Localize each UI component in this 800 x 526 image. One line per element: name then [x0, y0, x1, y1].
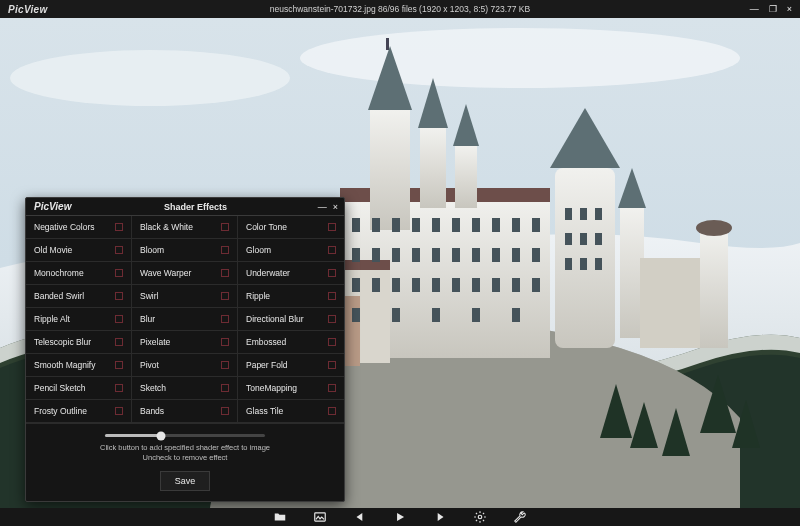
shader-effects-panel[interactable]: PicView Shader Effects — × Negative Colo…: [25, 197, 345, 502]
svg-rect-60: [595, 208, 602, 220]
effect-sketch[interactable]: Sketch: [132, 377, 238, 400]
svg-rect-71: [315, 513, 326, 521]
gear-icon: [473, 510, 487, 524]
svg-rect-64: [565, 258, 572, 270]
next-button[interactable]: [431, 510, 449, 524]
titlebar[interactable]: PicView neuschwanstein-701732.jpg 86/96 …: [0, 0, 800, 18]
effect-checkbox[interactable]: [115, 315, 123, 323]
effect-intensity-slider[interactable]: [36, 432, 334, 443]
effect-color-tone[interactable]: Color Tone: [238, 216, 344, 239]
panel-header[interactable]: PicView Shader Effects — ×: [26, 198, 344, 216]
effect-blur[interactable]: Blur: [132, 308, 238, 331]
effect-checkbox[interactable]: [328, 223, 336, 231]
effect-checkbox[interactable]: [115, 269, 123, 277]
effect-checkbox[interactable]: [221, 407, 229, 415]
effect-wave-warper[interactable]: Wave Warper: [132, 262, 238, 285]
effect-black-white[interactable]: Black & White: [132, 216, 238, 239]
effect-label: Pixelate: [140, 337, 170, 347]
effect-label: Pencil Sketch: [34, 383, 86, 393]
effect-label: Directional Blur: [246, 314, 304, 324]
open-file-button[interactable]: [271, 510, 289, 524]
effect-tonemapping[interactable]: ToneMapping: [238, 377, 344, 400]
effect-label: Swirl: [140, 291, 158, 301]
panel-footer: Click button to add specified shader eff…: [26, 423, 344, 501]
effect-underwater[interactable]: Underwater: [238, 262, 344, 285]
effect-pencil-sketch[interactable]: Pencil Sketch: [26, 377, 132, 400]
folder-icon: [273, 510, 287, 524]
close-button[interactable]: ×: [787, 4, 792, 14]
effect-directional-blur[interactable]: Directional Blur: [238, 308, 344, 331]
settings-button[interactable]: [471, 510, 489, 524]
effect-checkbox[interactable]: [115, 361, 123, 369]
gallery-button[interactable]: [311, 510, 329, 524]
effect-ripple-alt[interactable]: Ripple Alt: [26, 308, 132, 331]
svg-rect-42: [532, 248, 540, 262]
effect-bloom[interactable]: Bloom: [132, 239, 238, 262]
effect-checkbox[interactable]: [221, 315, 229, 323]
play-button[interactable]: [391, 510, 409, 524]
svg-rect-30: [492, 218, 500, 232]
effect-checkbox[interactable]: [115, 384, 123, 392]
effect-checkbox[interactable]: [328, 407, 336, 415]
panel-help-text: Click button to add specified shader eff…: [36, 443, 334, 463]
effect-gloom[interactable]: Gloom: [238, 239, 344, 262]
effect-label: Old Movie: [34, 245, 72, 255]
svg-rect-24: [372, 218, 380, 232]
svg-rect-62: [580, 233, 587, 245]
effect-pivot[interactable]: Pivot: [132, 354, 238, 377]
prev-button[interactable]: [351, 510, 369, 524]
effect-checkbox[interactable]: [115, 407, 123, 415]
effect-checkbox[interactable]: [221, 269, 229, 277]
effect-checkbox[interactable]: [221, 361, 229, 369]
tools-button[interactable]: [511, 510, 529, 524]
effect-checkbox[interactable]: [221, 246, 229, 254]
svg-rect-52: [532, 278, 540, 292]
effect-checkbox[interactable]: [328, 269, 336, 277]
svg-rect-25: [392, 218, 400, 232]
effect-checkbox[interactable]: [328, 246, 336, 254]
effect-checkbox[interactable]: [221, 223, 229, 231]
effect-label: Smooth Magnify: [34, 360, 95, 370]
effect-monochrome[interactable]: Monochrome: [26, 262, 132, 285]
effect-frosty-outline[interactable]: Frosty Outline: [26, 400, 132, 423]
effect-checkbox[interactable]: [221, 384, 229, 392]
effect-bands[interactable]: Bands: [132, 400, 238, 423]
effect-checkbox[interactable]: [328, 315, 336, 323]
effect-checkbox[interactable]: [328, 338, 336, 346]
effect-ripple[interactable]: Ripple: [238, 285, 344, 308]
effect-negative-colors[interactable]: Negative Colors: [26, 216, 132, 239]
effect-checkbox[interactable]: [328, 384, 336, 392]
effect-banded-swirl[interactable]: Banded Swirl: [26, 285, 132, 308]
effect-checkbox[interactable]: [115, 246, 123, 254]
effect-smooth-magnify[interactable]: Smooth Magnify: [26, 354, 132, 377]
effect-checkbox[interactable]: [115, 292, 123, 300]
effect-old-movie[interactable]: Old Movie: [26, 239, 132, 262]
effect-paper-fold[interactable]: Paper Fold: [238, 354, 344, 377]
minimize-button[interactable]: —: [750, 4, 759, 14]
effect-glass-tile[interactable]: Glass Tile: [238, 400, 344, 423]
svg-rect-66: [595, 258, 602, 270]
panel-close-button[interactable]: ×: [333, 202, 338, 212]
svg-rect-57: [512, 308, 520, 322]
panel-minimize-button[interactable]: —: [318, 202, 327, 212]
effect-checkbox[interactable]: [328, 361, 336, 369]
svg-rect-63: [595, 233, 602, 245]
effect-checkbox[interactable]: [221, 338, 229, 346]
effect-checkbox[interactable]: [115, 223, 123, 231]
panel-brand: PicView: [26, 201, 79, 212]
effect-pixelate[interactable]: Pixelate: [132, 331, 238, 354]
effect-checkbox[interactable]: [221, 292, 229, 300]
effect-swirl[interactable]: Swirl: [132, 285, 238, 308]
svg-rect-35: [392, 248, 400, 262]
svg-point-2: [300, 28, 740, 88]
restore-button[interactable]: ❐: [769, 4, 777, 14]
window-controls: — ❐ ×: [742, 4, 800, 14]
effect-label: Ripple Alt: [34, 314, 70, 324]
svg-rect-45: [392, 278, 400, 292]
effect-telescopic-blur[interactable]: Telescopic Blur: [26, 331, 132, 354]
effect-embossed[interactable]: Embossed: [238, 331, 344, 354]
save-button[interactable]: Save: [160, 471, 211, 491]
svg-rect-32: [532, 218, 540, 232]
effect-checkbox[interactable]: [115, 338, 123, 346]
effect-checkbox[interactable]: [328, 292, 336, 300]
